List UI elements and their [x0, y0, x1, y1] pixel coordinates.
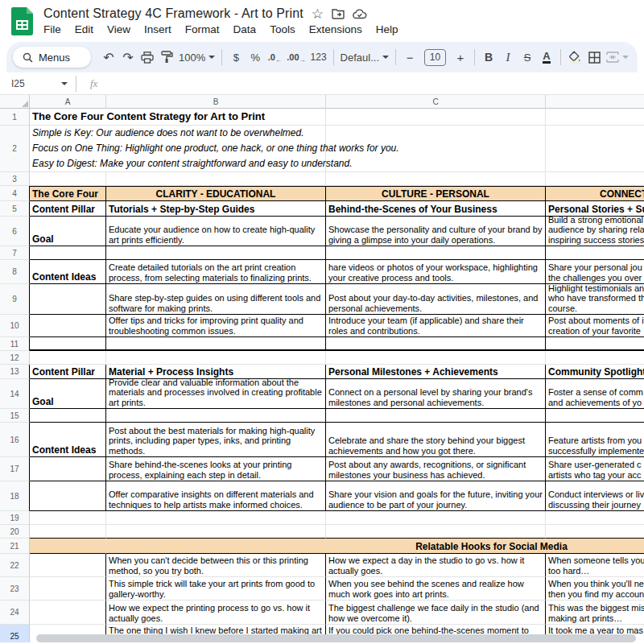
cell-D4[interactable]: CONNECT — [546, 186, 644, 201]
menu-tools[interactable]: Tools — [270, 23, 295, 35]
cell-A10[interactable] — [30, 315, 106, 337]
cell-B9[interactable]: Share step-by-step guides on using diffe… — [106, 284, 326, 315]
cell-B24[interactable]: How we expect the printing process to go… — [106, 601, 326, 625]
cell-C7[interactable] — [326, 246, 546, 260]
cell-C1[interactable] — [326, 109, 546, 126]
cell-B16[interactable]: Post about the best materials for making… — [106, 423, 326, 457]
bold-button[interactable]: B — [479, 47, 498, 68]
cell-B7[interactable] — [106, 246, 326, 260]
menu-format[interactable]: Format — [185, 23, 220, 35]
cell-B11[interactable] — [106, 337, 326, 351]
decrease-font-size-button[interactable]: − — [400, 47, 419, 68]
cell-B10[interactable]: Offer tips and tricks for improving prin… — [106, 315, 326, 337]
cell-B22[interactable]: When you can't decide between this or th… — [106, 554, 326, 577]
cell-C10[interactable]: Introduce your team (if applicable) and … — [326, 315, 546, 337]
col-header-A[interactable]: A — [30, 95, 106, 109]
cloud-saved-icon[interactable] — [353, 9, 367, 19]
font-size-input[interactable]: 10 — [424, 49, 446, 66]
row-header[interactable]: 2 — [0, 126, 30, 172]
cell-D2[interactable] — [546, 126, 644, 172]
cell-B8[interactable]: Create detailed tutorials on the art pri… — [106, 260, 326, 284]
row-header[interactable]: 5 — [0, 201, 30, 217]
cell-C20[interactable] — [326, 525, 546, 539]
row-header[interactable]: 7 — [0, 246, 30, 260]
cell-A7[interactable] — [30, 246, 106, 260]
cell-A8[interactable]: Content Ideas — [30, 260, 106, 284]
col-header-D[interactable] — [546, 95, 644, 109]
row-header[interactable]: 12 — [0, 351, 30, 365]
undo-button[interactable]: ↶ — [99, 47, 118, 68]
cell-A2[interactable]: Simple is Key: Our audience does not wan… — [30, 126, 326, 172]
cell-C22[interactable]: How we expect a day in the studio to go … — [326, 554, 546, 577]
cell-C4[interactable]: CULTURE - PERSONAL — [326, 186, 546, 201]
cell-A12[interactable] — [30, 351, 106, 365]
cell-B6[interactable]: Educate your audience on how to create h… — [106, 217, 326, 246]
zoom-control[interactable]: 100% — [176, 47, 217, 68]
menus-search-button[interactable]: Menus — [13, 47, 91, 68]
cell-B12[interactable] — [106, 351, 326, 365]
row-header[interactable]: 11 — [0, 337, 30, 351]
cell-A15[interactable] — [30, 409, 106, 423]
cell-C13[interactable]: Personal Milestones + Achievements — [326, 365, 546, 379]
sheets-logo-icon[interactable] — [11, 7, 33, 35]
row-header[interactable]: 17 — [0, 457, 30, 481]
cell-D12[interactable] — [546, 351, 644, 365]
font-select[interactable]: Defaul... — [338, 47, 391, 68]
decrease-decimal-button[interactable]: .0← — [265, 47, 284, 68]
cell-A5[interactable]: Content Pillar — [30, 201, 106, 217]
row-header[interactable]: 14 — [0, 379, 30, 409]
row-header[interactable]: 21 — [0, 539, 30, 554]
cell-A13[interactable]: Content Pillar — [30, 365, 106, 379]
merge-cells-button[interactable] — [604, 47, 631, 68]
cell-C9[interactable]: Post about your day-to-day activities, m… — [326, 284, 546, 315]
move-folder-icon[interactable] — [332, 8, 345, 19]
cell-D19[interactable] — [546, 511, 644, 525]
cell-C24[interactable]: The biggest challenge we face daily in t… — [326, 601, 546, 625]
cell-C16[interactable]: Celebrate and share the story behind you… — [326, 423, 546, 457]
cell-A24[interactable] — [30, 601, 106, 625]
cell-B23[interactable]: This simple trick will take your art pri… — [106, 577, 326, 601]
cell-A1[interactable]: The Core Four Content Strategy for Art t… — [30, 109, 326, 126]
row-header[interactable]: 19 — [0, 511, 30, 525]
cell-C8[interactable]: hare videos or photos of your workspace,… — [326, 260, 546, 284]
cell-A22[interactable] — [30, 554, 106, 577]
cell-C23[interactable]: When you see behind the scenes and reali… — [326, 577, 546, 601]
strikethrough-button[interactable]: S — [518, 47, 537, 68]
row-header[interactable]: 18 — [0, 481, 30, 511]
menu-insert[interactable]: Insert — [144, 23, 171, 35]
row-header[interactable]: 16 — [0, 423, 30, 457]
cell-B17[interactable]: Share behind-the-scenes looks at your pr… — [106, 457, 326, 481]
print-button[interactable] — [138, 47, 157, 68]
cell-A3[interactable] — [30, 172, 106, 186]
col-header-B[interactable]: B — [106, 95, 326, 109]
cell-C11[interactable] — [326, 337, 546, 351]
row-header[interactable]: 1 — [0, 109, 30, 126]
cell-A16[interactable]: Content Ideas — [30, 423, 106, 457]
more-formats-button[interactable]: 123 — [308, 47, 329, 68]
menu-help[interactable]: Help — [376, 23, 398, 35]
row-header[interactable]: 24 — [0, 601, 30, 625]
cell-B4[interactable]: CLARITY - EDUCATIONAL — [106, 186, 326, 201]
select-all-corner[interactable] — [0, 95, 30, 109]
cell-A17[interactable] — [30, 457, 106, 481]
row-header[interactable]: 20 — [0, 525, 30, 539]
cell-C18[interactable]: Share your vision and goals for the futu… — [326, 481, 546, 511]
menu-data[interactable]: Data — [233, 23, 257, 35]
cell-D23[interactable]: When you think you'll ne then you find m… — [546, 577, 644, 601]
cell-A20[interactable] — [30, 525, 106, 539]
cell-A9[interactable] — [30, 284, 106, 315]
cell-C12[interactable] — [326, 351, 546, 365]
cell-C17[interactable]: Post about any awards, recognitions, or … — [326, 457, 546, 481]
cell-A23[interactable] — [30, 577, 106, 601]
row-header-selected[interactable]: 25 — [0, 625, 30, 642]
row-header[interactable]: 9 — [0, 284, 30, 315]
increase-decimal-button[interactable]: .00→ — [284, 47, 308, 68]
cell-B21-merged[interactable]: Relatable Hooks for Social Media — [106, 539, 644, 554]
cell-B14[interactable]: Provide clear and valuable information a… — [106, 379, 326, 409]
cell-C6[interactable]: Showcase the personality and culture of … — [326, 217, 546, 246]
cell-D13[interactable]: Community Spotlights — [546, 365, 644, 379]
cell-B18[interactable]: Offer comparative insights on different … — [106, 481, 326, 511]
cell-B5[interactable]: Tutorials + Step-by-Step Guides — [106, 201, 326, 217]
cell-C14[interactable]: Connect on a personal level by sharing y… — [326, 379, 546, 409]
cell-A11[interactable] — [30, 337, 106, 351]
